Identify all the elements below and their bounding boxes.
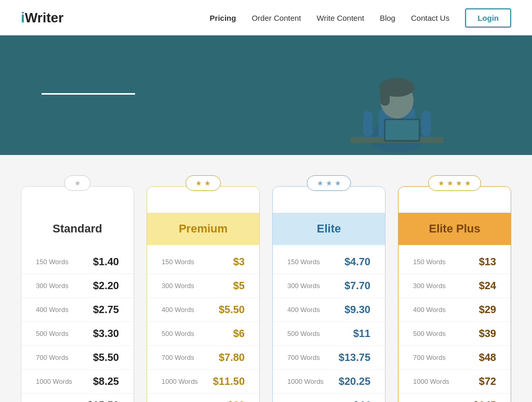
star-icon: ★ [464, 179, 471, 187]
price-amount: $6 [233, 328, 245, 340]
nav-order-content[interactable]: Order Content [251, 14, 301, 22]
word-count: 400 Words [162, 306, 194, 314]
word-count: 400 Words [287, 306, 320, 314]
word-count: 500 Words [162, 330, 194, 338]
price-amount: $7.70 [344, 280, 370, 292]
star-icon: ★ [195, 179, 202, 187]
price-row: 300 Words $5 [147, 274, 259, 298]
price-amount: $3.30 [93, 328, 119, 340]
price-row: 700 Words $48 [398, 346, 511, 370]
word-count: 500 Words [413, 330, 446, 338]
pricing-grid: ★ Standard 150 Words $1.40 300 Words $2.… [21, 186, 511, 402]
price-row: 400 Words $29 [398, 298, 511, 322]
price-amount: $145 [473, 399, 497, 402]
price-amount: $1.40 [93, 256, 119, 268]
plan-name-standard: Standard [21, 213, 134, 245]
word-count: 300 Words [413, 282, 446, 290]
nav-contact-us[interactable]: Contact Us [411, 14, 449, 22]
star-badge-premium: ★★ [185, 175, 221, 191]
price-rows-standard: 150 Words $1.40 300 Words $2.20 400 Word… [21, 245, 134, 402]
word-count: 700 Words [36, 354, 69, 361]
plan-card-elite-plus: ★★★★ Elite Plus 150 Words $13 300 Words … [398, 186, 511, 402]
hero-section [0, 35, 532, 155]
price-row: 400 Words $5.50 [147, 298, 259, 322]
price-row: 2000 Words $44 [273, 394, 385, 402]
svg-rect-9 [385, 120, 419, 140]
star-icon: ★ [204, 179, 211, 187]
plan-name-elite-plus: Elite Plus [398, 213, 511, 245]
price-row: 2000 Words $33 [147, 394, 259, 402]
star-badge-elite-plus: ★★★★ [428, 175, 481, 191]
plan-card-premium: ★★ Premium 150 Words $3 300 Words $5 400… [147, 186, 260, 402]
price-row: 300 Words $24 [398, 274, 511, 298]
price-row: 300 Words $2.20 [21, 274, 134, 298]
price-row: 500 Words $39 [398, 322, 511, 346]
price-amount: $5.50 [93, 352, 119, 364]
word-count: 300 Words [287, 282, 320, 290]
price-amount: $5 [233, 280, 245, 292]
price-row: 400 Words $9.30 [273, 298, 385, 322]
nav-links: Pricing Order Content Write Content Blog… [210, 8, 511, 28]
price-row: 2000 Words $15.50 [21, 394, 134, 402]
login-button[interactable]: Login [465, 8, 511, 28]
word-count: 500 Words [36, 330, 69, 338]
word-count: 150 Words [162, 258, 194, 266]
price-row: 150 Words $13 [398, 250, 511, 274]
price-row: 500 Words $3.30 [21, 322, 134, 346]
star-icon: ★ [438, 179, 445, 187]
price-amount: $33 [228, 399, 245, 402]
price-amount: $13.75 [339, 352, 370, 364]
svg-rect-5 [363, 111, 373, 137]
plan-card-standard: ★ Standard 150 Words $1.40 300 Words $2.… [21, 186, 134, 402]
star-badge-standard: ★ [64, 175, 91, 191]
nav-blog[interactable]: Blog [380, 14, 395, 22]
word-count: 700 Words [287, 354, 320, 361]
price-row: 700 Words $13.75 [273, 346, 385, 370]
price-row: 2000 Words $145 [398, 394, 511, 402]
word-count: 1000 Words [413, 378, 449, 385]
nav-pricing[interactable]: Pricing [210, 14, 236, 22]
hero-illustration [324, 35, 470, 155]
price-amount: $44 [353, 399, 370, 402]
word-count: 150 Words [287, 258, 320, 266]
word-count: 400 Words [36, 306, 69, 314]
price-row: 500 Words $6 [147, 322, 259, 346]
word-count: 700 Words [162, 354, 194, 361]
logo-text: Writer [25, 10, 64, 26]
price-row: 1000 Words $72 [398, 370, 511, 394]
svg-rect-6 [421, 111, 431, 137]
hero-underline [42, 93, 135, 95]
price-amount: $4.70 [344, 256, 370, 268]
pricing-section: ★ Standard 150 Words $1.40 300 Words $2.… [0, 155, 532, 402]
price-amount: $8.25 [93, 375, 119, 387]
logo[interactable]: iWriter [21, 9, 63, 26]
plan-name-elite: Elite [273, 213, 385, 245]
nav-write-content[interactable]: Write Content [317, 14, 364, 22]
word-count: 1000 Words [36, 378, 72, 385]
word-count: 300 Words [36, 282, 69, 290]
hero-content [42, 87, 135, 104]
word-count: 700 Words [413, 354, 446, 361]
plan-card-elite: ★★★ Elite 150 Words $4.70 300 Words $7.7… [272, 186, 385, 402]
price-row: 400 Words $2.75 [21, 298, 134, 322]
svg-rect-4 [380, 87, 390, 106]
word-count: 1000 Words [162, 378, 198, 385]
price-amount: $24 [479, 280, 496, 292]
price-row: 1000 Words $11.50 [147, 370, 259, 394]
price-amount: $5.50 [219, 304, 245, 316]
word-count: 150 Words [413, 258, 446, 266]
logo-i: i [21, 9, 25, 26]
star-icon: ★ [326, 179, 332, 187]
price-amount: $39 [479, 328, 496, 340]
price-rows-elite-plus: 150 Words $13 300 Words $24 400 Words $2… [398, 245, 511, 402]
price-amount: $9.30 [344, 304, 370, 316]
price-amount: $29 [479, 304, 496, 316]
price-row: 1000 Words $8.25 [21, 370, 134, 394]
price-row: 300 Words $7.70 [273, 274, 385, 298]
word-count: 150 Words [36, 258, 69, 266]
star-badge-elite: ★★★ [307, 175, 351, 191]
price-amount: $2.75 [93, 304, 119, 316]
price-rows-premium: 150 Words $3 300 Words $5 400 Words $5.5… [147, 245, 259, 402]
price-amount: $15.50 [87, 399, 119, 402]
word-count: 1000 Words [287, 378, 324, 385]
